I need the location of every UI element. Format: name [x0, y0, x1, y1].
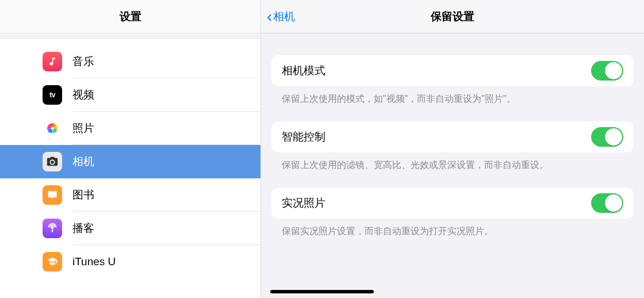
detail-body: 相机模式 保留上次使用的模式，如"视频"，而非自动重设为"照片"。 智能控制 保…	[261, 33, 644, 298]
sidebar-item-label: 视频	[72, 87, 94, 102]
toggle-camera-mode[interactable]	[591, 61, 623, 81]
sidebar-item-label: 图书	[72, 188, 94, 203]
camera-icon	[43, 152, 62, 171]
sidebar-item-books[interactable]: 图书	[0, 178, 260, 212]
svg-point-8	[51, 227, 53, 228]
svg-point-7	[48, 124, 52, 128]
setting-group-live-photo: 实况照片 保留实况照片设置，而非自动重设为打开实况照片。	[271, 188, 634, 238]
sidebar-item-camera[interactable]: 相机	[0, 145, 260, 178]
video-icon: tv	[43, 85, 62, 105]
sidebar-item-label: 照片	[72, 121, 94, 136]
setting-group-camera-mode: 相机模式 保留上次使用的模式，如"视频"，而非自动重设为"照片"。	[271, 55, 634, 105]
setting-desc: 保留上次使用的滤镜、宽高比、光效或景深设置，而非自动重设。	[271, 152, 634, 171]
podcast-icon	[43, 219, 62, 238]
setting-desc: 保留上次使用的模式，如"视频"，而非自动重设为"照片"。	[271, 86, 634, 105]
detail-pane: ‹ 相机 保留设置 相机模式 保留上次使用的模式，如"视频"，而非自动重设为"照…	[261, 0, 644, 298]
sidebar-item-video[interactable]: tv 视频	[0, 78, 260, 112]
back-label: 相机	[273, 9, 295, 24]
sidebar-item-photos[interactable]: 照片	[0, 112, 260, 145]
sidebar-header: 设置	[0, 0, 260, 33]
setting-label: 智能控制	[282, 129, 325, 144]
photos-icon	[43, 119, 62, 138]
sidebar-item-podcast[interactable]: 播客	[0, 212, 260, 245]
toggle-smart-controls[interactable]	[591, 127, 623, 147]
setting-desc: 保留实况照片设置，而非自动重设为打开实况照片。	[271, 219, 634, 238]
sidebar-item-music[interactable]: 音乐	[0, 45, 260, 78]
sidebar-item-label: 音乐	[72, 54, 94, 69]
toggle-live-photo[interactable]	[591, 193, 623, 213]
switch-knob	[605, 62, 622, 79]
music-icon	[43, 52, 62, 71]
books-icon	[43, 185, 62, 205]
detail-header: ‹ 相机 保留设置	[261, 0, 644, 33]
sidebar-gap	[0, 33, 260, 39]
switch-knob	[605, 194, 622, 212]
sidebar-item-label: iTunes U	[72, 255, 116, 268]
setting-cell-smart-controls: 智能控制	[271, 121, 634, 152]
sidebar-title: 设置	[120, 9, 141, 24]
chevron-left-icon: ‹	[267, 9, 272, 25]
sidebar-item-label: 相机	[72, 154, 94, 169]
itunesu-icon	[43, 252, 62, 272]
home-indicator	[270, 290, 374, 293]
setting-label: 实况照片	[282, 196, 325, 211]
sidebar-item-label: 播客	[72, 221, 94, 236]
sidebar-item-itunesu[interactable]: iTunes U	[0, 245, 260, 278]
back-button[interactable]: ‹ 相机	[267, 9, 295, 25]
setting-group-smart-controls: 智能控制 保留上次使用的滤镜、宽高比、光效或景深设置，而非自动重设。	[271, 121, 634, 171]
setting-label: 相机模式	[282, 63, 325, 78]
setting-cell-live-photo: 实况照片	[271, 188, 634, 219]
switch-knob	[605, 128, 622, 146]
setting-cell-camera-mode: 相机模式	[271, 55, 634, 86]
sidebar-list: 音乐 tv 视频 照片 相机 图书	[0, 39, 260, 298]
settings-sidebar: 设置 音乐 tv 视频 照片 相机	[0, 0, 261, 298]
detail-title: 保留设置	[431, 9, 474, 24]
